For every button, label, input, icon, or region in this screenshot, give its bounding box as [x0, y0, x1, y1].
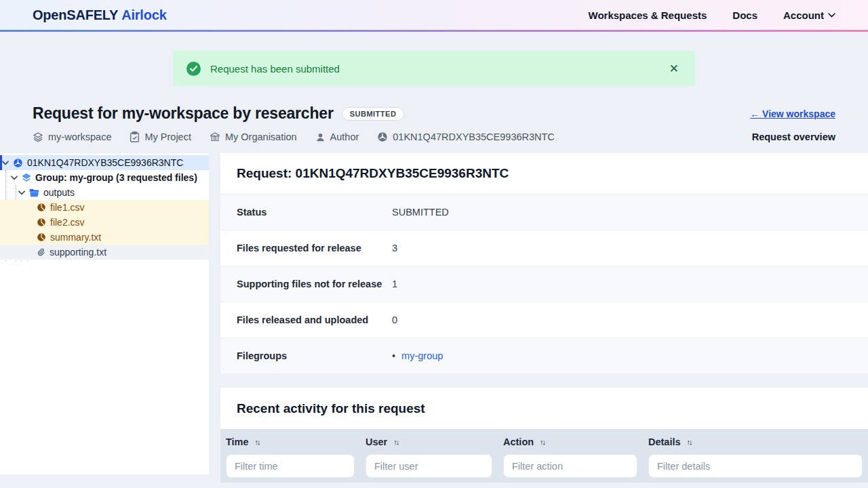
detail-row-supporting-files: Supporting files not for release 1 — [220, 266, 868, 302]
filter-user-input[interactable] — [366, 454, 492, 478]
card-gap — [220, 374, 868, 388]
sort-icon[interactable]: ↑↓ — [687, 438, 692, 446]
tree-item-file[interactable]: file2.csv — [0, 215, 209, 230]
navbar-gradient-divider — [0, 30, 868, 32]
close-icon[interactable]: ✕ — [667, 60, 682, 77]
meta-project-label: My Project — [144, 131, 191, 142]
chevron-down-icon — [828, 13, 835, 18]
app-logo[interactable]: OpenSAFELYAirlock — [33, 7, 167, 23]
tree-item-filegroup[interactable]: Group: my-group (3 requested files) — [0, 170, 209, 185]
recent-activity-heading: Recent activity for this request — [220, 388, 868, 429]
tree-item-label: file1.csv — [50, 202, 85, 213]
meta-workspace-label: my-workspace — [48, 131, 111, 142]
top-navbar: OpenSAFELYAirlock Workspaces & Requests … — [0, 0, 868, 30]
detail-value: SUBMITTED — [392, 207, 449, 218]
layers-icon — [33, 131, 43, 142]
tree-item-label: supporting.txt — [50, 247, 106, 258]
meta-request-id-label: 01KN1Q47RDXYB35CE9936R3NTC — [393, 131, 555, 142]
tree-item-label: outputs — [43, 187, 75, 198]
detail-value: 1 — [392, 279, 397, 289]
detail-label: Files released and uploaded — [237, 314, 392, 325]
column-label: Action — [503, 436, 534, 447]
clipboard-icon — [130, 131, 140, 142]
logo-secondary: Airlock — [121, 7, 166, 22]
detail-label: Filegroups — [237, 350, 392, 361]
logo-primary: OpenSAFELY — [33, 7, 118, 22]
tree-item-label: 01KN1Q47RDXYB35CE9936R3NTC — [27, 157, 183, 168]
nav-account-label: Account — [783, 9, 824, 21]
detail-label: Supporting files not for release — [237, 279, 392, 289]
detail-row-status: Status SUBMITTED — [220, 195, 868, 230]
nav-docs[interactable]: Docs — [732, 9, 757, 21]
user-icon — [315, 132, 326, 142]
request-cube-icon — [13, 158, 23, 168]
detail-row-filegroups: Filegroups •my-group — [220, 338, 868, 374]
meta-author-label: Author — [330, 131, 359, 142]
paperclip-icon — [37, 247, 45, 257]
detail-row-files-released: Files released and uploaded 0 — [220, 302, 868, 338]
tree-item-outputs-folder[interactable]: outputs — [0, 185, 209, 200]
activity-table-header: Time ↑↓ User ↑↓ Action ↑↓ Details ↑↓ — [220, 429, 868, 453]
tree-item-file[interactable]: summary.txt — [0, 230, 209, 245]
detail-value: 3 — [392, 243, 397, 253]
tree-item-label: file2.csv — [50, 217, 85, 228]
toast-message: Request has been submitted — [210, 63, 667, 75]
nav-account-menu[interactable]: Account — [783, 9, 835, 21]
request-meta: my-workspace My Project My Organisation — [33, 131, 555, 142]
column-header-user[interactable]: User ↑↓ — [360, 429, 498, 453]
meta-request-id: 01KN1Q47RDXYB35CE9936R3NTC — [377, 131, 555, 142]
meta-organisation: My Organisation — [210, 131, 297, 142]
filter-time-input[interactable] — [226, 454, 355, 478]
filter-action-input[interactable] — [503, 454, 637, 478]
detail-row-files-requested: Files requested for release 3 — [220, 230, 868, 266]
activity-table-filters — [220, 453, 868, 483]
chevron-down-icon[interactable] — [11, 176, 18, 180]
request-details-heading: Request: 01KN1Q47RDXYB35CE9936R3NTC — [220, 153, 868, 195]
meta-workspace: my-workspace — [33, 131, 111, 142]
cube-icon — [377, 131, 388, 142]
chevron-down-icon[interactable] — [2, 161, 9, 165]
view-workspace-link[interactable]: ← View workspace — [750, 108, 835, 119]
success-toast: Request has been submitted ✕ — [173, 51, 695, 86]
column-label: Time — [226, 436, 249, 447]
column-label: Details — [648, 436, 681, 447]
tree-item-file[interactable]: supporting.txt — [0, 245, 209, 260]
recent-activity-card: Recent activity for this request Time ↑↓… — [220, 388, 868, 483]
tree-item-label: summary.txt — [50, 232, 101, 243]
file-tree-sidebar: 01KN1Q47RDXYB35CE9936R3NTC Group: my-gro… — [0, 153, 209, 474]
filegroup-link[interactable]: my-group — [401, 350, 443, 361]
detail-label: Files requested for release — [237, 243, 392, 253]
folder-icon — [29, 188, 39, 197]
column-header-details[interactable]: Details ↑↓ — [643, 429, 868, 453]
sort-icon[interactable]: ↑↓ — [393, 438, 398, 446]
sort-icon[interactable]: ↑↓ — [540, 438, 545, 446]
airlock-request-page: OpenSAFELYAirlock Workspaces & Requests … — [0, 0, 868, 488]
chevron-down-icon[interactable] — [18, 190, 25, 195]
sort-icon[interactable]: ↑↓ — [255, 438, 260, 446]
column-header-time[interactable]: Time ↑↓ — [220, 429, 360, 453]
meta-project: My Project — [130, 131, 191, 142]
bank-icon — [210, 131, 220, 142]
nav-workspaces-requests[interactable]: Workspaces & Requests — [589, 9, 707, 21]
bullet-glyph: • — [392, 350, 395, 361]
detail-value: 0 — [392, 314, 397, 325]
tree-item-label: Group: my-group (3 requested files) — [35, 172, 197, 183]
output-file-icon — [37, 218, 46, 227]
output-file-icon — [37, 203, 46, 212]
tree-item-request-root[interactable]: 01KN1Q47RDXYB35CE9936R3NTC — [0, 155, 209, 170]
layers-icon — [22, 173, 31, 182]
request-overview-label: Request overview — [752, 131, 835, 142]
status-badge: SUBMITTED — [342, 107, 405, 121]
tree-item-file[interactable]: file1.csv — [0, 200, 209, 215]
column-header-action[interactable]: Action ↑↓ — [498, 429, 643, 453]
detail-label: Status — [237, 207, 392, 218]
column-label: User — [366, 436, 387, 447]
output-file-icon — [37, 232, 46, 242]
primary-nav: Workspaces & Requests Docs Account — [589, 9, 835, 21]
meta-organisation-label: My Organisation — [225, 131, 297, 142]
page-title: Request for my-workspace by researcher — [33, 104, 334, 123]
request-details-card: Request: 01KN1Q47RDXYB35CE9936R3NTC Stat… — [220, 153, 868, 374]
success-check-icon — [186, 62, 201, 76]
filter-details-input[interactable] — [648, 454, 863, 478]
meta-author: Author — [315, 131, 359, 142]
